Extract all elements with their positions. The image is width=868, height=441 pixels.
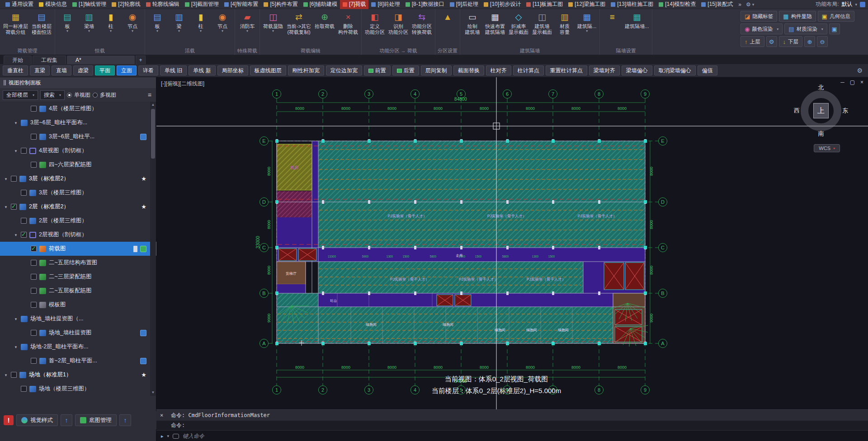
- rigid-bar-widen-button[interactable]: 刚性杆加宽: [288, 66, 324, 75]
- tree-item[interactable]: 模板图: [0, 298, 156, 312]
- fire-truck-load-button[interactable]: ▰消防车: [237, 10, 258, 34]
- wcs-badge[interactable]: WCS▾: [814, 144, 840, 152]
- close-icon[interactable]: ×: [160, 412, 166, 418]
- menu-item-general-settings[interactable]: 通用设置: [3, 0, 36, 9]
- virtual-beam-button[interactable]: 虚梁: [73, 66, 93, 75]
- close-icon[interactable]: ×: [860, 79, 863, 85]
- maximize-icon[interactable]: ▢: [850, 79, 855, 85]
- column-align-button[interactable]: 柱对齐: [486, 66, 511, 75]
- single-line-new-button[interactable]: 单线 新: [189, 66, 215, 75]
- recognize-zone-button[interactable]: ◨识别 功能分区: [387, 10, 410, 36]
- zone-settings-button[interactable]: ▲: [437, 10, 458, 24]
- menu-item-module-info[interactable]: 模块信息: [36, 0, 70, 9]
- tree-item-selected[interactable]: 荷载图: [0, 242, 156, 256]
- panel-menu-icon[interactable]: ≡: [148, 91, 153, 99]
- menu-item-outline[interactable]: [2]轮廓线: [109, 0, 143, 9]
- tree-item[interactable]: 二~三层梁配筋图: [0, 270, 156, 284]
- caret-icon[interactable]: [4, 373, 8, 377]
- detail-view-button[interactable]: 详看: [138, 66, 158, 75]
- tree-item[interactable]: 场地（楼层三维图）: [0, 382, 156, 396]
- compass-west[interactable]: 西: [794, 107, 800, 115]
- straight-beam-button[interactable]: 直梁: [30, 66, 50, 75]
- arch-wall-section-button[interactable]: ◫建筑墙 显示截面: [531, 10, 553, 36]
- menu-item-smart-layout[interactable]: [4]智能布置: [222, 0, 261, 9]
- caret-icon[interactable]: [14, 149, 18, 153]
- tree-item[interactable]: 二~五层板配筋图: [0, 284, 156, 298]
- local-coords-button[interactable]: 局部坐标: [217, 66, 248, 75]
- tree-item[interactable]: 2层（标准层2）: [0, 200, 156, 214]
- tree-scrollbar[interactable]: ▲ ▼: [150, 102, 156, 396]
- load-visibility-button[interactable]: ◫荷载显隐: [262, 10, 284, 34]
- dead-column-load-button[interactable]: ▮柱: [100, 10, 121, 34]
- caret-icon[interactable]: [14, 233, 18, 237]
- live-node-load-button[interactable]: ◉节点: [212, 10, 233, 34]
- floor-plan[interactable]: 123456789 123456789 EDCBA EDCBA 84800 80…: [156, 77, 868, 409]
- delete-member-load-button[interactable]: ×删除 构件荷载: [337, 10, 359, 36]
- checkbox[interactable]: [31, 330, 37, 336]
- single-line-old-button[interactable]: 单线 旧: [160, 66, 187, 75]
- alert-icon[interactable]: !: [4, 415, 14, 425]
- pick-load-button[interactable]: ⊕拾取荷载: [313, 10, 336, 30]
- base-map-button[interactable]: 底图管理: [75, 414, 117, 426]
- tab-project-set[interactable]: 工程集: [33, 56, 66, 64]
- tree-item[interactable]: 场地_墙柱提资图（...: [0, 312, 156, 326]
- save-icon[interactable]: [140, 246, 146, 252]
- menu-item-preliminary-design[interactable]: [10]初步设计: [481, 0, 524, 9]
- floor-load-button[interactable]: ▤当前楼层 楼面恒活: [30, 10, 53, 36]
- menu-item-postprocess[interactable]: [9]后处理: [447, 0, 481, 9]
- tree-item[interactable]: 首~2层_暗柱平面...: [0, 354, 156, 368]
- load-group-button[interactable]: ▦同一标准层 荷载分组: [2, 10, 29, 36]
- caret-icon[interactable]: [4, 177, 8, 181]
- checkbox[interactable]: [31, 246, 37, 252]
- compass-top-face[interactable]: 上: [813, 103, 829, 118]
- checkbox[interactable]: [21, 148, 27, 154]
- checkbox[interactable]: [31, 162, 37, 168]
- draw-arch-wall-button[interactable]: ▭绘制 建筑墙: [462, 10, 483, 36]
- doc-badge-icon[interactable]: [140, 358, 146, 364]
- upper-floor-button[interactable]: ↑上层: [741, 36, 764, 47]
- checkbox[interactable]: [31, 260, 37, 266]
- offset-value-button[interactable]: 偏值: [698, 66, 717, 75]
- tree-item[interactable]: 4层（楼层三维图）: [0, 102, 156, 116]
- menu-item-preprocess[interactable]: [8]前处理: [368, 0, 402, 9]
- scroll-down-icon[interactable]: ▼: [150, 389, 156, 396]
- menu-overflow-icon[interactable]: »: [736, 1, 744, 8]
- compass-north[interactable]: 北: [818, 84, 824, 92]
- compass[interactable]: 北 南 西 东 上: [795, 84, 847, 137]
- tree-item[interactable]: 场地_墙柱提资图: [0, 326, 156, 340]
- visual-style-up-button[interactable]: ↑: [61, 414, 72, 426]
- tab-start[interactable]: 开始: [4, 56, 32, 64]
- checkbox[interactable]: [21, 218, 27, 224]
- scroll-up-icon[interactable]: ▲: [150, 102, 156, 108]
- dead-beamwall-load-button[interactable]: ▥梁墙: [79, 10, 99, 34]
- compass-south[interactable]: 南: [818, 130, 824, 138]
- inter-story-copy-button[interactable]: 层间复制: [421, 66, 452, 75]
- checkbox[interactable]: [31, 358, 37, 364]
- beam-wall-offset-button[interactable]: 梁墙偏心: [622, 66, 652, 75]
- tree-item[interactable]: 3层（楼层三维图）: [0, 186, 156, 200]
- tree-item[interactable]: 3层~6层_暗柱平面布...: [0, 116, 156, 130]
- partition-settings-button[interactable]: ≡: [602, 10, 623, 24]
- caret-icon[interactable]: [4, 205, 8, 209]
- color-render-button[interactable]: ◉颜色渲染: [741, 23, 783, 34]
- bring-front-button[interactable]: 前置: [364, 66, 391, 75]
- tree-item[interactable]: 场地-2层_暗柱平面布...: [0, 340, 156, 354]
- plan-view-button[interactable]: 平面: [95, 66, 115, 75]
- menu-item-prefab[interactable]: [15]装配式: [698, 0, 736, 9]
- elevation-view-button[interactable]: 立面: [117, 66, 137, 75]
- checkbox[interactable]: [21, 386, 27, 392]
- compass-east[interactable]: 东: [842, 107, 848, 115]
- checkbox[interactable]: [11, 372, 17, 378]
- menu-item-slab-drawing[interactable]: [11]板施工图: [524, 0, 566, 9]
- caret-icon[interactable]: [14, 345, 18, 349]
- lower-floor-button[interactable]: ↓下层: [779, 36, 803, 47]
- vertical-column-button[interactable]: 垂直柱: [3, 66, 28, 75]
- arch-partition-wall-button[interactable]: ▦建筑隔墙...: [623, 10, 650, 30]
- live-beam-load-button[interactable]: ▥梁: [169, 10, 189, 34]
- quick-partition-wall-button[interactable]: ▦快速布置 建筑隔墙: [484, 10, 506, 36]
- caret-icon[interactable]: [14, 121, 18, 125]
- new-tab-button[interactable]: +: [136, 56, 146, 64]
- checkbox[interactable]: [21, 232, 27, 238]
- chevron-down-icon[interactable]: ▾: [167, 434, 170, 438]
- geometry-info-button[interactable]: ▣几何信息: [818, 11, 854, 22]
